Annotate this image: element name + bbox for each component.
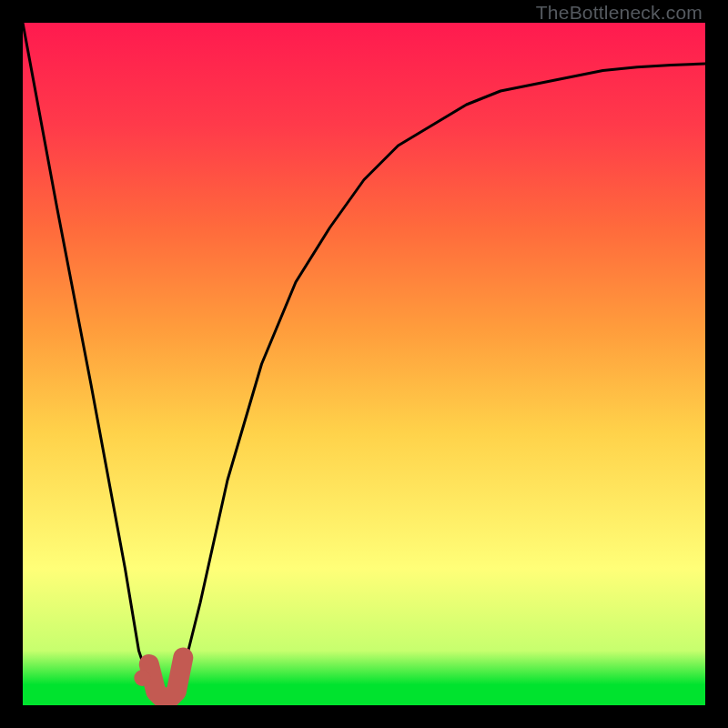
chart-area [23,23,705,705]
bottleneck-chart [23,23,705,705]
bottleneck-curve-line [23,23,705,705]
watermark-label: TheBottleneck.com [536,2,703,24]
min-point-marker [134,670,150,686]
hook-marker [149,658,184,703]
